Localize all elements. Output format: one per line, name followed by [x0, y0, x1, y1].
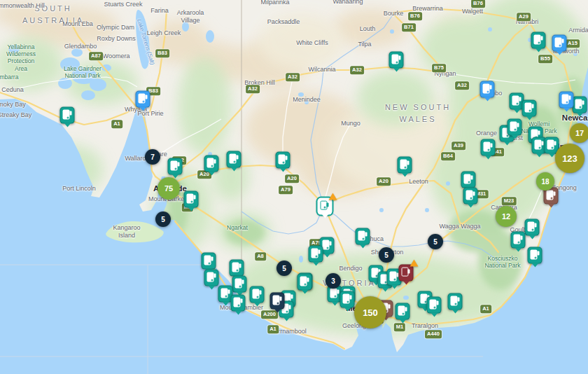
charger-icon	[525, 103, 532, 113]
charger-icon	[234, 298, 241, 307]
charger-icon	[528, 222, 535, 232]
charger-icon	[253, 289, 260, 299]
station-marker-teal[interactable]	[204, 155, 219, 172]
station-marker-navy[interactable]	[270, 293, 285, 310]
station-marker-teal[interactable]	[202, 253, 216, 270]
station-marker-teal[interactable]	[511, 232, 526, 249]
charger-icon	[204, 256, 211, 265]
charger-icon	[323, 240, 330, 250]
station-marker-teal[interactable]	[276, 152, 290, 169]
marker-cluster-navy[interactable]: 5	[379, 247, 394, 263]
marker-cluster-green[interactable]: 75	[158, 177, 180, 200]
station-marker-teal[interactable]	[168, 158, 183, 175]
charger-icon	[232, 263, 239, 272]
station-marker-teal[interactable]	[398, 157, 412, 174]
station-marker-teal[interactable]	[356, 228, 370, 245]
station-marker-teal[interactable]	[230, 260, 244, 277]
charger-icon	[207, 158, 214, 168]
station-marker-teal[interactable]	[204, 270, 219, 286]
station-marker-teal[interactable]	[231, 295, 246, 312]
station-marker-teal[interactable]	[389, 52, 404, 69]
charger-icon	[402, 268, 409, 277]
station-marker-warn_red[interactable]	[399, 265, 414, 282]
marker-cluster-olive[interactable]: 17	[570, 123, 588, 143]
marker-cluster-navy[interactable]: 5	[428, 234, 443, 249]
charger-icon	[534, 35, 541, 45]
charger-icon	[321, 201, 328, 210]
charger-icon	[207, 272, 214, 282]
charger-icon	[63, 110, 70, 120]
station-marker-teal[interactable]	[507, 119, 522, 136]
station-marker-teal[interactable]	[481, 139, 496, 156]
station-marker-teal[interactable]	[573, 97, 587, 113]
station-marker-teal[interactable]	[232, 276, 247, 293]
charger-icon	[273, 296, 280, 305]
station-marker-teal[interactable]	[525, 219, 540, 236]
station-marker-teal[interactable]	[531, 32, 546, 49]
station-marker-teal[interactable]	[396, 303, 410, 320]
station-marker-teal[interactable]	[340, 291, 355, 308]
station-marker-teal[interactable]	[184, 191, 199, 208]
charger-icon	[343, 294, 350, 304]
charger-icon	[230, 154, 237, 164]
marker-cluster-green[interactable]: 18	[536, 172, 554, 191]
station-marker-teal[interactable]	[427, 297, 442, 314]
station-marker-blue[interactable]	[559, 92, 574, 109]
station-marker-teal[interactable]	[448, 293, 463, 310]
charger-icon	[398, 306, 405, 316]
charger-icon	[531, 250, 538, 260]
charger-icon	[330, 289, 337, 298]
marker-cluster-navy[interactable]: 7	[145, 149, 160, 165]
charger-icon	[171, 161, 178, 171]
charger-icon	[514, 235, 521, 244]
charger-icon	[139, 94, 146, 104]
station-marker-teal[interactable]	[463, 188, 478, 205]
station-marker-teal[interactable]	[522, 100, 537, 117]
charger-icon	[221, 289, 228, 298]
warning-icon	[329, 193, 337, 200]
charger-icon	[547, 191, 554, 200]
station-marker-warn_white[interactable]	[318, 198, 332, 215]
marker-cluster-green[interactable]: 12	[496, 206, 517, 227]
station-marker-teal[interactable]	[250, 286, 265, 303]
marker-cluster-navy[interactable]: 3	[326, 273, 341, 289]
station-marker-blue[interactable]	[136, 91, 150, 108]
charger-icon	[535, 140, 542, 150]
charger-icon	[430, 300, 437, 310]
map-canvas[interactable]: SOUTH AUSTRALIANEW SOUTH WALESVICTORIAAd…	[0, 0, 588, 374]
charger-icon	[358, 231, 365, 241]
charger-icon	[392, 55, 399, 64]
station-marker-teal[interactable]	[298, 274, 312, 291]
charger-icon	[483, 84, 490, 94]
charger-icon	[547, 140, 554, 150]
charger-icon	[235, 279, 242, 289]
charger-icon	[187, 194, 194, 204]
marker-cluster-olive[interactable]: 123	[555, 144, 584, 173]
marker-cluster-olive[interactable]: 150	[354, 296, 386, 328]
station-marker-blue[interactable]	[480, 81, 495, 98]
charger-icon	[562, 95, 569, 104]
charger-icon	[575, 99, 582, 109]
charger-icon	[279, 155, 286, 165]
warning-icon	[410, 260, 419, 267]
charger-icon	[510, 122, 517, 132]
charger-icon	[400, 160, 407, 169]
basemap	[0, 0, 588, 374]
charger-icon	[555, 38, 562, 48]
station-marker-teal[interactable]	[528, 247, 542, 264]
station-marker-teal[interactable]	[227, 151, 241, 168]
charger-icon	[451, 296, 458, 306]
charger-icon	[466, 191, 473, 200]
station-marker-teal[interactable]	[461, 172, 476, 188]
charger-icon	[300, 277, 307, 286]
charger-icon	[464, 174, 471, 184]
charger-icon	[512, 96, 519, 106]
charger-icon	[484, 142, 491, 152]
charger-icon	[312, 249, 318, 258]
charger-icon	[390, 272, 397, 282]
marker-cluster-navy[interactable]: 5	[155, 212, 171, 227]
station-marker-teal[interactable]	[60, 107, 75, 124]
station-marker-blue[interactable]	[552, 35, 567, 52]
station-marker-teal[interactable]	[309, 246, 323, 263]
marker-cluster-navy[interactable]: 5	[276, 261, 292, 276]
